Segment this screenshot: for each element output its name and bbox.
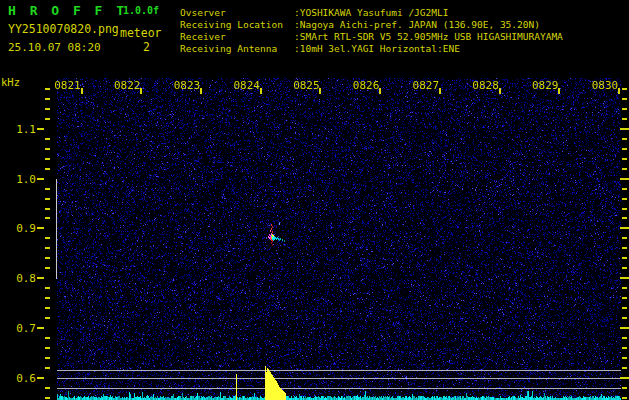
- freq-minor-tick-right: [622, 237, 627, 239]
- freq-label-0.8: 0.8: [10, 272, 36, 285]
- freq-major-tick-left: [37, 178, 44, 180]
- freq-minor-tick-left: [45, 148, 50, 150]
- freq-minor-tick-left: [45, 98, 50, 100]
- info-label: Receiving Location: [180, 19, 294, 31]
- time-label-0822: 0822: [114, 79, 141, 92]
- freq-minor-tick-left: [45, 387, 50, 389]
- freq-major-tick-right: [620, 178, 629, 180]
- time-label-0824: 0824: [233, 79, 260, 92]
- freq-minor-tick-left: [45, 198, 50, 200]
- freq-minor-tick-right: [622, 217, 627, 219]
- freq-minor-tick-right: [622, 387, 627, 389]
- time-tick: [319, 88, 321, 94]
- freq-minor-tick-left: [45, 257, 50, 259]
- info-value: :Nagoya Aichi-pref. JAPAN (136.90E, 35.2…: [294, 19, 540, 30]
- time-label-0828: 0828: [472, 79, 499, 92]
- freq-minor-tick-right: [622, 267, 627, 269]
- time-label-0825: 0825: [293, 79, 320, 92]
- time-label-0829: 0829: [532, 79, 559, 92]
- info-label: Receiving Antenna: [180, 43, 294, 55]
- freq-label-0.7: 0.7: [10, 322, 36, 335]
- freq-minor-tick-left: [45, 287, 50, 289]
- freq-minor-tick-right: [622, 88, 627, 90]
- freq-minor-tick-right: [622, 317, 627, 319]
- freq-minor-tick-left: [45, 217, 50, 219]
- freq-minor-tick-right: [622, 158, 627, 160]
- time-tick: [81, 88, 83, 94]
- station-info-row: Receiving Location:Nagoya Aichi-pref. JA…: [180, 19, 563, 31]
- station-info-row: Receiver:SMArt RTL-SDR V5 52.905MHz USB …: [180, 31, 563, 43]
- freq-major-tick-left: [37, 128, 44, 130]
- time-tick: [379, 88, 381, 94]
- time-tick: [439, 88, 441, 94]
- time-tick: [200, 88, 202, 94]
- station-info-row: Receiving Antenna:10mH 3el.YAGI Horizont…: [180, 43, 563, 55]
- time-tick: [558, 88, 560, 94]
- freq-label-1.1: 1.1: [10, 123, 36, 136]
- freq-minor-tick-right: [622, 397, 627, 399]
- time-tick: [260, 88, 262, 94]
- freq-minor-tick-left: [45, 317, 50, 319]
- freq-minor-tick-right: [622, 297, 627, 299]
- freq-minor-tick-right: [622, 357, 627, 359]
- freq-minor-tick-right: [622, 337, 627, 339]
- freq-label-0.6: 0.6: [10, 372, 36, 385]
- freq-minor-tick-right: [622, 367, 627, 369]
- time-label-0821: 0821: [54, 79, 81, 92]
- freq-minor-tick-right: [622, 148, 627, 150]
- info-value: :10mH 3el.YAGI Horizontal:ENE: [294, 43, 460, 54]
- info-value: :YOSHIKAWA Yasufumi /JG2MLI: [294, 7, 448, 18]
- freq-minor-tick-right: [622, 168, 627, 170]
- freq-major-tick-left: [37, 277, 44, 279]
- freq-major-tick-right: [620, 128, 629, 130]
- freq-major-tick-right: [620, 227, 629, 229]
- freq-minor-tick-left: [45, 247, 50, 249]
- freq-major-tick-left: [37, 227, 44, 229]
- freq-major-tick-left: [37, 327, 44, 329]
- freq-label-0.9: 0.9: [10, 222, 36, 235]
- freq-minor-tick-right: [622, 257, 627, 259]
- app-version: 1.0.0f: [123, 5, 159, 16]
- mode-label: meteor: [120, 26, 162, 40]
- freq-minor-tick-right: [622, 188, 627, 190]
- freq-minor-tick-left: [45, 168, 50, 170]
- freq-major-tick-left: [37, 377, 44, 379]
- freq-minor-tick-left: [45, 337, 50, 339]
- freq-minor-tick-right: [622, 198, 627, 200]
- freq-minor-tick-left: [45, 347, 50, 349]
- freq-band-marker-line: [56, 179, 57, 279]
- freq-minor-tick-left: [45, 297, 50, 299]
- freq-minor-tick-left: [45, 237, 50, 239]
- freq-minor-tick-right: [622, 138, 627, 140]
- freq-minor-tick-left: [45, 307, 50, 309]
- hrofft-screen: H R O F F T 1.0.0f YY2510070820.png mete…: [0, 0, 629, 400]
- freq-major-tick-right: [620, 327, 629, 329]
- app-title: H R O F F T: [8, 3, 127, 18]
- time-tick: [618, 88, 620, 94]
- info-label: Receiver: [180, 31, 294, 43]
- time-tick: [499, 88, 501, 94]
- freq-minor-tick-left: [45, 357, 50, 359]
- time-label-0823: 0823: [174, 79, 201, 92]
- freq-minor-tick-right: [622, 287, 627, 289]
- freq-minor-tick-left: [45, 367, 50, 369]
- station-info-block: Ovserver:YOSHIKAWA Yasufumi /JG2MLIRecei…: [180, 7, 563, 55]
- spectrogram-canvas: [57, 78, 621, 400]
- freq-minor-tick-right: [622, 118, 627, 120]
- freq-axis-unit-label: kHz: [1, 76, 20, 88]
- time-label-0826: 0826: [353, 79, 380, 92]
- datetime-label: 25.10.07 08:20: [8, 41, 101, 54]
- freq-major-tick-right: [620, 377, 629, 379]
- time-tick: [140, 88, 142, 94]
- freq-minor-tick-right: [622, 108, 627, 110]
- info-label: Ovserver: [180, 7, 294, 19]
- freq-major-tick-right: [620, 277, 629, 279]
- meteor-count: 2: [143, 40, 150, 54]
- freq-minor-tick-right: [622, 208, 627, 210]
- info-value: :SMArt RTL-SDR V5 52.905MHz USB HIGASHIM…: [294, 31, 563, 42]
- freq-minor-tick-left: [45, 108, 50, 110]
- freq-minor-tick-right: [622, 347, 627, 349]
- time-label-0827: 0827: [413, 79, 440, 92]
- freq-minor-tick-right: [622, 98, 627, 100]
- freq-minor-tick-left: [45, 138, 50, 140]
